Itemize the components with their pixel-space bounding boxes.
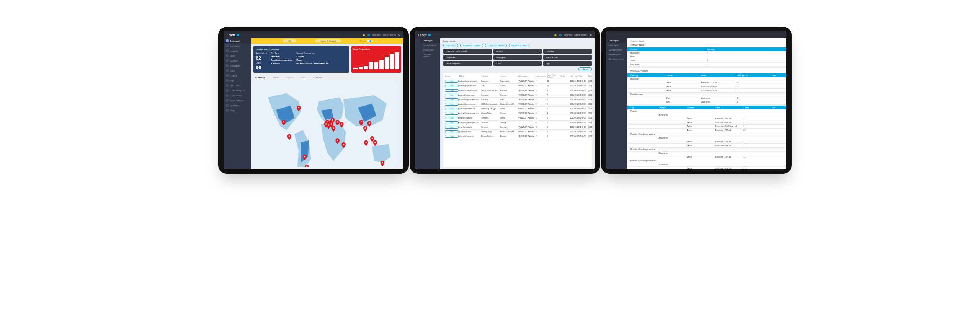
brand-logo[interactable]: Leadz (418, 33, 431, 37)
list-item: Dienstleistungen (627, 93, 786, 96)
sidebar-item-tags[interactable]: Tags (224, 78, 251, 83)
filter-global-categories[interactable]: Global categories (443, 61, 492, 66)
lead-activity-title: Lead Activity Overview (256, 48, 347, 51)
open-button[interactable]: Open (445, 121, 459, 124)
sidebar-item-kampagnen[interactable]: Kampagnen (224, 43, 251, 48)
registrations-title: Leads Registrations (353, 48, 370, 50)
sidebar-item-campaign-metrics[interactable]: Campaign metrics (420, 52, 440, 59)
tab-contacts[interactable]: Contacts (286, 76, 294, 78)
sidebar-item-lead-report[interactable]: Lead report (420, 38, 440, 43)
list-item: DefineBroschüre – Profilbiegen.pdf15 (627, 125, 786, 129)
open-button[interactable]: Open (445, 98, 459, 101)
list-item: ChartLegal news40 (627, 96, 786, 100)
map-pin[interactable] (364, 140, 368, 146)
sidebar-item-campaign-metrics[interactable]: Campaign metrics (606, 57, 627, 61)
export-xls-button[interactable]: Export XLS (443, 44, 458, 47)
svg-point-17 (364, 127, 366, 129)
world-map[interactable] (253, 81, 401, 167)
power-icon[interactable]: ⏻ (398, 34, 400, 36)
sidebar-item-dashboard[interactable]: Dashboard (224, 38, 251, 43)
list-item: DefineBroschüre – PDF.pdf15 (627, 144, 786, 148)
tab-tags[interactable]: Tags (301, 76, 305, 78)
open-button[interactable]: Open (445, 85, 459, 87)
filter-e-mail[interactable]: E-Mail (493, 61, 542, 66)
sidebar-item-company-report[interactable]: Company report (420, 43, 440, 47)
filter-global-scores[interactable]: Global Scores (543, 55, 592, 60)
sidebar-item-kampagnen[interactable]: Kampagnen (224, 63, 251, 68)
sidebar-item-contacts[interactable]: Contacts (224, 58, 251, 63)
user-label[interactable]: admin admin (383, 34, 396, 36)
tab-overview[interactable]: « Overview (255, 76, 265, 78)
lang-label[interactable]: german (564, 34, 572, 36)
filter-companies[interactable]: Companies (443, 55, 492, 60)
filter-countries[interactable]: Countries (543, 49, 592, 54)
reset-button[interactable]: Reset (578, 67, 592, 71)
map-pin[interactable] (287, 134, 291, 140)
nav-icon (226, 79, 229, 82)
filter-local-global[interactable]: Local & Global (315, 39, 341, 42)
sidebar-item-region-report[interactable]: Region report (420, 47, 440, 52)
category-header: CategoryContentRulesLorem per GCPDF (627, 73, 786, 77)
nav-icon (226, 44, 229, 47)
filter-regions[interactable]: Regions (493, 49, 542, 54)
sidebar-item-company-report[interactable]: Company report (606, 47, 627, 52)
map-pin[interactable] (363, 126, 368, 132)
svg-point-18 (369, 122, 370, 124)
sidebar-item-region-report[interactable]: Region report (606, 52, 627, 57)
list-item: Broschüren (627, 136, 786, 140)
export-pdf-chart-button[interactable]: Export PDF Chart (509, 44, 529, 47)
open-button[interactable]: Open (445, 103, 459, 106)
sidebar-item-users[interactable]: Users (224, 68, 251, 73)
list-item: Produkte > Rundbiegemaschinen > 4-Walzen… (627, 159, 786, 163)
globe-icon[interactable]: 🌐 (368, 34, 370, 36)
open-button[interactable]: Open (445, 112, 459, 115)
open-button[interactable]: Open (445, 130, 459, 133)
power-icon[interactable]: ⏻ (590, 34, 592, 36)
list-item: Broschüren (627, 113, 786, 117)
notifications-icon[interactable]: 🔔 (363, 34, 365, 36)
sidebar-item-global-scores[interactable]: Global Scores (224, 93, 251, 98)
filter-kampagnen[interactable]: Kampagnen (493, 55, 542, 60)
lang-label[interactable]: german (372, 34, 380, 36)
open-button[interactable]: Open (445, 126, 459, 129)
sidebar-item-about[interactable]: About (224, 108, 251, 113)
list-item: Broschüren7 (627, 51, 786, 55)
export-pdf-region-button[interactable]: Export PDF Region (485, 44, 507, 47)
brand-logo[interactable]: Leadz (227, 33, 239, 37)
globe-icon[interactable]: 🌐 (559, 34, 562, 36)
open-button[interactable]: Open (445, 108, 459, 110)
track-toggle[interactable]: Track (360, 40, 372, 42)
map-pin[interactable] (373, 140, 377, 146)
open-button[interactable]: Open (445, 80, 459, 83)
filter-tags[interactable]: Tags (543, 61, 592, 66)
open-button[interactable]: Open (445, 117, 459, 119)
open-button[interactable]: Open (445, 135, 459, 138)
sidebar-item-lead-report[interactable]: Lead report (606, 43, 627, 47)
user-label[interactable]: admin admin (574, 34, 587, 36)
sidebar-item-reporting[interactable]: Reporting (224, 48, 251, 53)
sidebar-collapsed[interactable] (415, 38, 420, 169)
sidebar-item-lead-level[interactable]: Lead Level (224, 83, 251, 88)
tab-categories[interactable]: Categories (313, 76, 322, 78)
list-item: Broschüren (627, 77, 786, 81)
registrations-more-icon[interactable]: ··· (398, 48, 399, 50)
open-button[interactable]: Open (445, 94, 459, 96)
table-row: Opencontact@parama.cnShandong Energy CCh… (443, 107, 592, 111)
sidebar-item-global-categories[interactable]: Global categories (224, 88, 251, 93)
map-pin[interactable] (381, 161, 385, 166)
notifications-icon[interactable]: 🔔 (554, 34, 557, 36)
filter-date[interactable]: 2020-09-01 - 2021-07-11 (443, 49, 492, 54)
sidebar-item-leads[interactable]: Leads (224, 53, 251, 58)
sidebar-item-regions[interactable]: Regions (224, 73, 251, 78)
nav-icon (226, 109, 229, 112)
tab-events[interactable]: Events (273, 76, 278, 78)
export-pdf-sorgnac-button[interactable]: Export PDF Sorgnac (460, 44, 483, 47)
sidebar-item-languages[interactable]: Languages (224, 103, 251, 108)
filter-all[interactable]: All (283, 39, 296, 42)
list-item: News1 (627, 55, 786, 59)
sidebar-item-score-partitions[interactable]: Score Partitions (224, 98, 251, 103)
table-row: Openthomas@texmuseum.comGemotechUAEHAEUS… (443, 98, 592, 102)
breadcrumb: Lead report (440, 38, 595, 44)
open-button[interactable]: Open (445, 89, 459, 92)
svg-point-22 (382, 162, 383, 163)
